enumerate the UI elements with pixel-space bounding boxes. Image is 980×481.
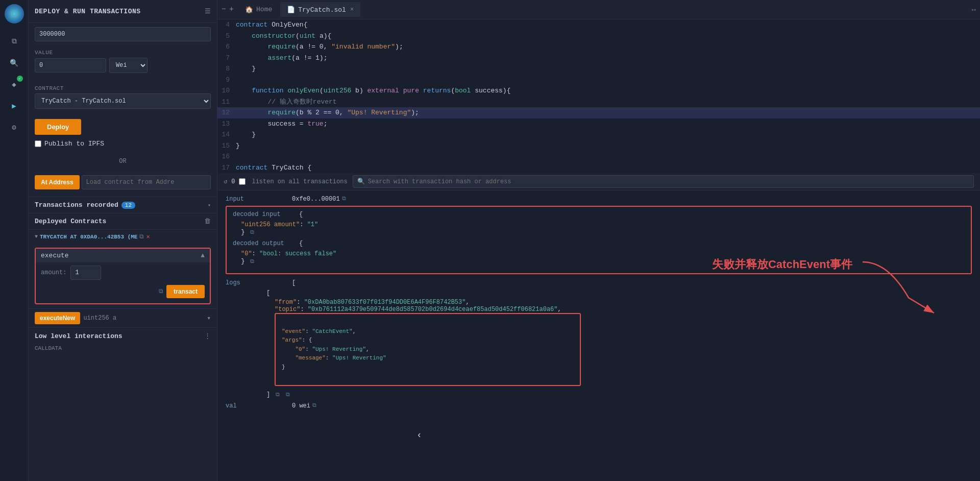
value-section: VALUE Wei Gwei Ether [29,45,217,81]
log-from: "from": "0xDA0bab807633f07f013f94DD0E6A4… [275,299,972,306]
debug-icon[interactable]: ⚙ [5,117,24,137]
log-topic: "topic": "0xb761112a4379e509744de8d58570… [275,306,972,313]
code-line-6: 6 require(a != 0, "invalid number"); [217,41,980,53]
contract-expand-icon[interactable]: ▼ [35,234,38,239]
publish-ipfs-label: Publish to IPFS [44,140,104,148]
calldata-label: CALLDATA [29,344,217,352]
execute-body: amount: ⧉ transact [36,262,210,303]
home-icon: 🏠 [245,6,253,14]
execute-copy-icon[interactable]: ⧉ [159,288,163,295]
listen-all-checkbox[interactable] [239,178,246,185]
contract-section: CONTRACT TryCatch - TryCatch.sol [29,81,217,113]
logs-outer: [ "from": "0xDA0bab807633f07f013f94DD0E6… [226,290,972,398]
code-line-9: 9 [217,75,980,86]
execute-actions: ⧉ transact [41,283,205,300]
transactions-recorded-label: Transactions recorded [35,201,118,209]
deploy-icon[interactable]: ▶ [5,96,24,115]
sidebar: DEPLOY & RUN TRANSACTIONS ☰ VALUE Wei Gw… [29,0,217,481]
tab-home[interactable]: 🏠 Home [239,3,278,17]
tx-count: 0 [231,178,235,185]
code-line-13: 13 success = true; [217,118,980,130]
deploy-button[interactable]: Deploy [35,119,81,135]
logs-copy-icon-1[interactable]: ⧉ [276,392,280,398]
or-divider: OR [29,158,217,165]
deployed-contracts-section[interactable]: Deployed Contracts 🗑 [29,213,217,229]
value-unit-select[interactable]: Wei Gwei Ether [109,58,148,73]
code-line-5: 5 constructor(uint a){ [217,31,980,42]
at-address-button[interactable]: At Address [35,175,80,189]
contract-label: CONTRACT [35,85,211,91]
sol-file-icon: 📄 [287,6,295,14]
zoom-out-icon[interactable]: − [222,5,226,14]
execute-title: execute [41,252,69,259]
logs-label: logs [226,279,292,286]
code-line-8: 8 } [217,63,980,75]
gas-limit-input[interactable] [35,27,211,41]
execute-new-param: uint256 a [83,315,204,322]
code-line-10: 10 function onlyEven(uint256 b) external… [217,85,980,97]
contract-instance: ▼ TRYCATCH AT 0XDA0...42B53 (ME ⧉ ✕ [29,229,217,244]
amount-input[interactable] [70,266,101,280]
transactions-recorded-section[interactable]: Transactions recorded 12 ▾ [29,197,217,213]
code-line-7: 7 assert(a != 1); [217,53,980,64]
amount-label: amount: [41,269,66,276]
decoded-input-content: "uint256 amount": "1" [233,221,965,228]
scroll-left-icon[interactable]: ‹ [416,430,422,440]
execute-new-row: executeNew uint256 a ▾ [29,308,217,327]
low-level-menu-icon[interactable]: ⋮ [204,332,211,340]
publish-ipfs-row: Publish to IPFS [35,140,211,148]
status-badge: ✓ [17,76,23,82]
trash-icon[interactable]: 🗑 [204,218,211,225]
logo-symbol: ⬡ [10,8,18,19]
contract-close-icon[interactable]: ✕ [146,233,150,240]
execute-new-button[interactable]: executeNew [35,312,80,324]
solidity-icon[interactable]: ◆ ✓ [5,75,24,94]
deploy-section: Deploy Publish to IPFS [29,113,217,155]
tab-trycatch[interactable]: 📄 TryCatch.sol × [280,2,360,17]
execute-header: execute ▲ [36,249,210,262]
home-tab-label: Home [256,6,272,13]
contract-copy-icon[interactable]: ⧉ [139,233,144,240]
transaction-count-badge: 12 [121,202,135,209]
code-line-16: 16 [217,151,980,162]
gas-limit-section [29,23,217,45]
remix-logo[interactable]: ⬡ [5,4,24,23]
publish-ipfs-checkbox[interactable] [35,140,41,147]
tx-prev-icon[interactable]: ↺ [224,178,227,185]
transact-button[interactable]: transact [166,285,205,298]
val-copy-icon[interactable]: ⧉ [312,402,316,408]
decoded-output-copy-icon[interactable]: ⧉ [250,258,254,264]
tab-expand-icon[interactable]: ↔ [972,6,976,14]
value-input[interactable] [35,58,106,73]
at-address-section: At Address [29,168,217,197]
logs-inner-box: "event": "CatchEvent", "args": { "0": "U… [275,313,581,386]
tab-close-icon[interactable]: × [350,6,354,13]
code-line-4: 4 contract OnlyEven{ [217,19,980,31]
tx-search-input[interactable] [368,178,969,185]
sidebar-header: DEPLOY & RUN TRANSACTIONS ☰ [29,0,217,23]
logs-row: logs [ [226,279,972,286]
execute-box: execute ▲ amount: ⧉ transact [35,248,211,304]
value-label: VALUE [35,50,211,56]
input-copy-icon[interactable]: ⧉ [342,196,346,202]
logs-copy-icon-2[interactable]: ⧉ [286,392,290,398]
contract-instance-label: TRYCATCH AT 0XDA0...42B53 (ME [40,234,137,240]
file-explorer-icon[interactable]: ⧉ [5,32,24,51]
zoom-in-icon[interactable]: + [229,5,234,14]
decoded-input-section: decoded input { "uint256 amount": "1" } … [233,211,965,236]
execute-new-chevron-icon[interactable]: ▾ [207,314,211,322]
code-line-14: 14 } [217,129,980,140]
search-icon: 🔍 [357,178,365,185]
value-row: Wei Gwei Ether [35,58,211,73]
main-content: − + 🏠 Home 📄 TryCatch.sol × ↔ 4 contract… [217,0,980,481]
search-icon[interactable]: 🔍 [5,53,24,73]
execute-collapse-icon[interactable]: ▲ [201,252,205,259]
listen-all-label: listen on all transactions [252,178,347,185]
sidebar-menu-icon[interactable]: ☰ [205,7,211,15]
low-level-header: Low level interactions ⋮ [29,327,217,344]
decoded-input-copy-icon[interactable]: ⧉ [250,229,254,235]
contract-select[interactable]: TryCatch - TryCatch.sol [35,93,211,109]
deployed-contracts-label: Deployed Contracts [35,218,106,225]
at-address-input[interactable] [82,175,211,189]
code-line-17: 17 contract TryCatch { [217,162,980,174]
